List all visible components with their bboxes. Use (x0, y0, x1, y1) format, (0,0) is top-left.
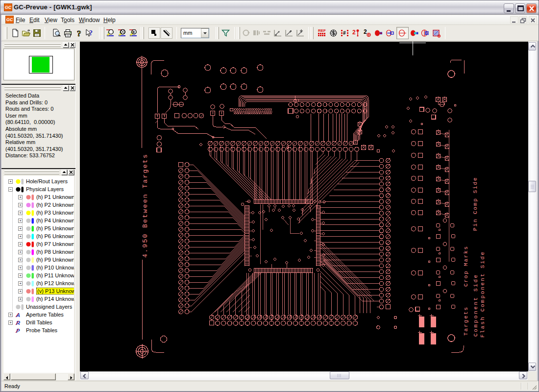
svg-text:Pin Comp Side: Pin Comp Side (472, 176, 478, 231)
svg-text:?: ? (89, 29, 93, 37)
svg-text:2: 2 (352, 29, 356, 36)
svg-text:#: # (343, 30, 346, 36)
svg-text:A: A (16, 312, 20, 318)
svg-text:Flash Component Side: Flash Component Side (480, 251, 486, 338)
svg-text:Crop Marks: Crop Marks (463, 245, 469, 287)
svg-text:4.950 Between Targets: 4.950 Between Targets (142, 153, 149, 258)
svg-text:Component Side: Component Side (473, 273, 479, 337)
svg-text:E: E (133, 30, 136, 34)
svg-text:?: ? (77, 29, 81, 38)
svg-text:P: P (16, 328, 20, 334)
svg-text:Targets: Targets (463, 306, 469, 336)
svg-text:REF: REF (318, 28, 326, 33)
svg-text:2: 2 (364, 28, 367, 35)
svg-text:R: R (16, 320, 20, 326)
